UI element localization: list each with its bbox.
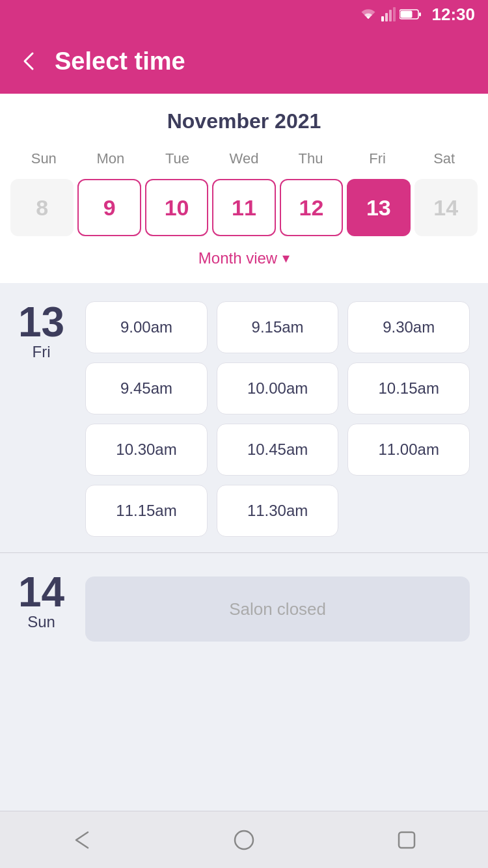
day-name: Fri (18, 343, 64, 361)
day-of-week-label: Tue (144, 146, 211, 171)
calendar-day[interactable]: 12 (280, 179, 343, 236)
time-slot[interactable]: 9.15am (217, 301, 339, 353)
status-bar: 12:30 (0, 0, 488, 29)
calendar-section: November 2021 SunMonTueWedThuFriSat 8910… (0, 94, 488, 283)
recent-nav-button[interactable] (390, 824, 423, 856)
time-slot[interactable]: 11.30am (217, 485, 339, 537)
day-time-block: 14SunSalon closed (0, 552, 488, 655)
page-title: Select time (55, 47, 185, 75)
calendar-day[interactable]: 13 (347, 179, 410, 236)
day-of-week-label: Wed (211, 146, 278, 171)
svg-point-7 (235, 831, 253, 849)
day-number: 13 (18, 301, 64, 343)
month-view-toggle[interactable]: Month view ▾ (10, 241, 478, 273)
day-number-label: 14Sun (18, 571, 64, 631)
calendar-day[interactable]: 8 (10, 179, 74, 236)
calendar-day[interactable]: 11 (212, 179, 275, 236)
time-slot[interactable]: 11.15am (85, 485, 208, 537)
day-time-block: 13Fri9.00am9.15am9.30am9.45am10.00am10.1… (0, 283, 488, 550)
calendar-day[interactable]: 14 (414, 179, 478, 236)
month-year-label: November 2021 (10, 109, 478, 133)
day-number-label: 13Fri (18, 301, 64, 361)
time-slot[interactable]: 9.00am (85, 301, 208, 353)
signal-icon (381, 7, 396, 21)
time-slot[interactable]: 10.15am (347, 362, 470, 414)
day-of-week-label: Sun (10, 146, 77, 171)
day-number: 14 (18, 571, 64, 613)
day-header: 14SunSalon closed (18, 571, 470, 642)
days-of-week-row: SunMonTueWedThuFriSat (10, 146, 478, 171)
calendar-day[interactable]: 9 (77, 179, 141, 236)
time-slots-grid: 9.00am9.15am9.30am9.45am10.00am10.15am10… (85, 301, 470, 537)
svg-rect-2 (389, 10, 392, 21)
time-slot[interactable]: 9.45am (85, 362, 208, 414)
home-nav-button[interactable] (228, 824, 260, 856)
month-view-label: Month view (198, 249, 277, 267)
svg-rect-3 (393, 7, 396, 21)
bottom-nav (0, 811, 488, 868)
time-section: 13Fri9.00am9.15am9.30am9.45am10.00am10.1… (0, 283, 488, 811)
time-slot[interactable]: 10.45am (217, 424, 339, 476)
time-slot[interactable]: 10.30am (85, 424, 208, 476)
chevron-down-icon: ▾ (282, 250, 290, 267)
svg-rect-5 (400, 11, 412, 18)
status-icons (359, 7, 422, 21)
salon-closed-box: Salon closed (85, 576, 470, 642)
time-slot[interactable]: 10.00am (217, 362, 339, 414)
time-slot[interactable]: 9.30am (347, 301, 470, 353)
back-nav-button[interactable] (65, 824, 98, 856)
time-slot[interactable]: 11.00am (347, 424, 470, 476)
svg-rect-6 (419, 12, 421, 16)
calendar-week-row[interactable]: 891011121314 (10, 179, 478, 236)
wifi-icon (359, 7, 377, 21)
back-button[interactable] (18, 51, 39, 72)
battery-icon (400, 8, 422, 20)
day-of-week-label: Sat (411, 146, 478, 171)
svg-rect-8 (399, 832, 414, 848)
day-name: Sun (18, 613, 64, 631)
svg-rect-1 (385, 13, 388, 21)
day-header: 13Fri9.00am9.15am9.30am9.45am10.00am10.1… (18, 301, 470, 537)
calendar-day[interactable]: 10 (145, 179, 208, 236)
day-of-week-label: Mon (77, 146, 144, 171)
status-time: 12:30 (432, 5, 476, 25)
day-of-week-label: Thu (277, 146, 344, 171)
svg-rect-0 (381, 16, 384, 21)
app-header: Select time (0, 29, 488, 94)
day-of-week-label: Fri (344, 146, 411, 171)
